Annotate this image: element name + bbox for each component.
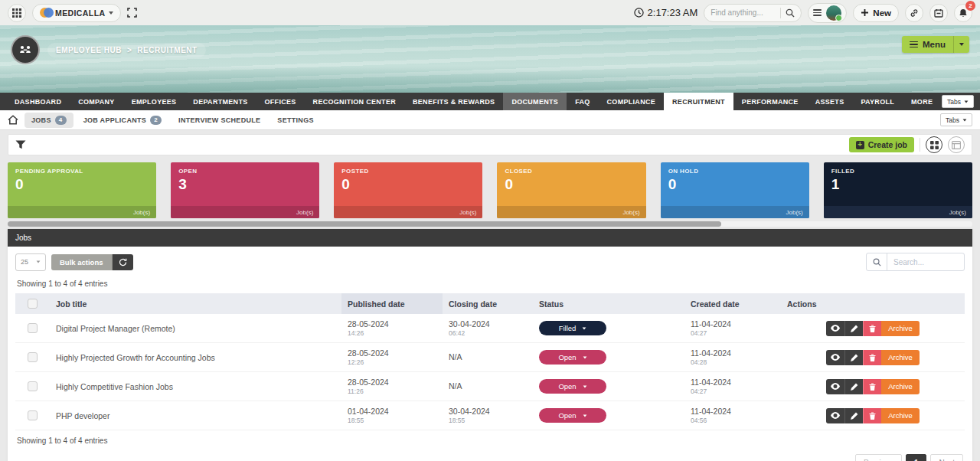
user-menu[interactable] [808, 3, 847, 23]
table-search[interactable] [866, 253, 965, 271]
view-button[interactable] [826, 350, 844, 365]
menu-dropdown-toggle[interactable] [953, 36, 969, 53]
nav-item-assets[interactable]: ASSETS [807, 93, 853, 110]
bulk-actions-button[interactable]: Bulk actions [51, 254, 112, 270]
table-search-input[interactable] [887, 258, 964, 266]
nav-item-compliance[interactable]: COMPLIANCE [599, 93, 665, 110]
nav-item-more[interactable]: MORE [903, 93, 941, 110]
created-date: 11-04-2024 [691, 407, 775, 416]
delete-button[interactable] [863, 321, 881, 336]
edit-button[interactable] [844, 379, 863, 394]
edit-button[interactable] [844, 321, 863, 336]
card-filled[interactable]: FILLED1 Job(s) [824, 162, 972, 218]
panel-title: Jobs [8, 229, 972, 247]
archive-button[interactable]: Archive [881, 350, 920, 365]
card-closed[interactable]: CLOSED0 Job(s) [497, 162, 645, 218]
nav-item-payroll[interactable]: PAYROLL [852, 93, 903, 110]
published-date: 28-05-2024 [348, 319, 436, 329]
row-checkbox[interactable] [28, 323, 38, 333]
notifications-button[interactable]: 2 [954, 4, 972, 22]
fullscreen-button[interactable] [127, 8, 137, 18]
job-title[interactable]: PHP developer [50, 401, 341, 430]
view-button[interactable] [826, 321, 844, 336]
cards-scrollbar-thumb[interactable] [8, 221, 721, 227]
header-closing-date[interactable]: Closing date [443, 293, 533, 314]
nav-item-company[interactable]: COMPANY [70, 93, 122, 110]
header-job-title[interactable]: Job title [50, 293, 341, 314]
card-pending-approval[interactable]: PENDING APPROVAL0 Job(s) [8, 162, 156, 218]
row-checkbox[interactable] [28, 381, 38, 391]
archive-button[interactable]: Archive [881, 408, 920, 423]
view-button[interactable] [826, 379, 844, 394]
home-button[interactable] [8, 115, 18, 125]
job-title[interactable]: Highly Projected Growth for Accounting J… [50, 343, 341, 371]
page-size-select[interactable]: 25 [15, 253, 46, 271]
status-dropdown[interactable]: Filled [539, 321, 606, 335]
nav-item-offices[interactable]: OFFICES [256, 93, 305, 110]
job-title[interactable]: Highly Competitive Fashion Jobs [50, 372, 341, 401]
refresh-button[interactable] [112, 254, 133, 270]
nav-item-dashboard[interactable]: DASHBOARD [6, 93, 70, 110]
current-page-button[interactable]: 1 [906, 454, 927, 461]
create-job-button[interactable]: + Create job [849, 137, 914, 152]
card-open[interactable]: OPEN3 Job(s) [171, 162, 319, 218]
subnav-item-jobs[interactable]: JOBS 4 [24, 113, 74, 128]
calendar-button[interactable] [929, 4, 948, 22]
header-status[interactable]: Status [533, 293, 684, 314]
archive-button[interactable]: Archive [881, 321, 920, 336]
breadcrumb: EMPLOYEE HUB > RECRUITMENT [47, 43, 206, 57]
view-button[interactable] [826, 408, 844, 423]
previous-page-button[interactable]: Previous [855, 454, 902, 461]
status-dropdown[interactable]: Open [539, 408, 606, 423]
avatar [826, 5, 841, 21]
global-search[interactable] [704, 4, 802, 22]
nav-item-employees[interactable]: EMPLOYEES [123, 93, 185, 110]
search-icon[interactable] [867, 253, 887, 270]
link-button[interactable] [905, 4, 923, 22]
row-actions: Archive [826, 350, 920, 365]
nav-tabs-button[interactable]: Tabs [942, 95, 974, 108]
search-icon[interactable] [786, 8, 795, 18]
nav-item-benefits-rewards[interactable]: BENEFITS & REWARDS [404, 93, 503, 110]
header-created-date[interactable]: Created date [684, 293, 781, 314]
status-dropdown[interactable]: Open [539, 350, 606, 365]
menu-button[interactable]: Menu [902, 36, 953, 53]
nav-item-recognition-center[interactable]: RECOGNITION CENTER [305, 93, 404, 110]
table-row: PHP developer 01-04-202418:55 30-04-2024… [15, 401, 965, 430]
header-published-date[interactable]: Published date [341, 293, 443, 314]
row-checkbox[interactable] [28, 410, 38, 420]
search-divider [780, 8, 781, 18]
subnav-item-job-applicants[interactable]: JOB APPLICANTS 2 [77, 113, 168, 128]
breadcrumb-parent[interactable]: EMPLOYEE HUB [56, 46, 122, 54]
archive-button[interactable]: Archive [881, 379, 920, 394]
edit-button[interactable] [844, 350, 863, 365]
job-title[interactable]: Digital Project Manager (Remote) [50, 314, 341, 342]
nav-item-departments[interactable]: DEPARTMENTS [185, 93, 256, 110]
delete-button[interactable] [863, 379, 881, 394]
global-search-input[interactable] [710, 8, 776, 17]
created-date: 11-04-2024 [691, 348, 775, 358]
filter-button[interactable] [15, 140, 26, 150]
select-all-checkbox[interactable] [28, 299, 38, 309]
edit-button[interactable] [844, 408, 863, 423]
new-button[interactable]: New [853, 4, 899, 22]
eye-icon [831, 325, 840, 332]
status-dropdown[interactable]: Open [539, 379, 606, 394]
subnav-tabs-button[interactable]: Tabs [940, 113, 972, 126]
subnav-item-interview-schedule[interactable]: INTERVIEW SCHEDULE [172, 113, 267, 127]
nav-item-performance[interactable]: PERFORMANCE [733, 93, 807, 110]
row-checkbox[interactable] [28, 352, 38, 362]
card-on-hold[interactable]: ON HOLD0 Job(s) [661, 162, 809, 218]
nav-item-recruitment[interactable]: RECRUITMENT [664, 93, 733, 110]
table-view-toggle[interactable] [948, 136, 965, 153]
next-page-button[interactable]: Next [930, 454, 963, 461]
nav-item-faq[interactable]: FAQ [567, 93, 598, 110]
delete-button[interactable] [863, 350, 881, 365]
delete-button[interactable] [863, 408, 881, 423]
nav-item-documents[interactable]: DOCUMENTS [503, 93, 567, 110]
app-grid-button[interactable] [8, 4, 26, 22]
subnav-item-settings[interactable]: SETTINGS [270, 113, 320, 127]
grid-view-toggle[interactable] [926, 136, 942, 153]
brand-switcher[interactable]: MEDICALLA [32, 4, 121, 22]
card-posted[interactable]: POSTED0 Job(s) [334, 162, 482, 218]
